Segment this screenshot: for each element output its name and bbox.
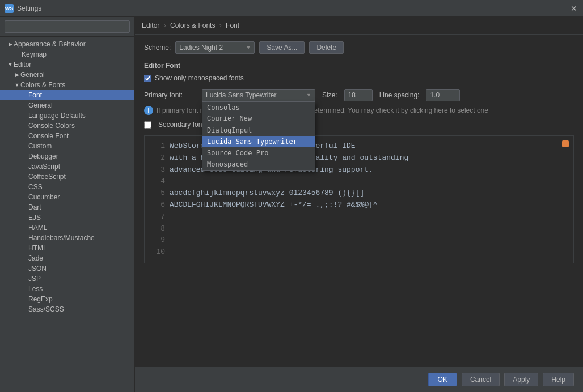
preview-line: 8: [151, 223, 567, 235]
preview-indicator: [562, 140, 569, 147]
monospaced-checkbox[interactable]: [144, 75, 151, 82]
line-number: 1: [151, 140, 165, 152]
breadcrumb-colors-fonts: Colors & Fonts: [170, 22, 215, 29]
breadcrumb-font: Font: [226, 22, 239, 29]
sidebar-item-label: Colors & Fonts: [20, 81, 132, 89]
sidebar-item-html[interactable]: HTML: [0, 243, 134, 253]
arrow-icon: ▼: [14, 82, 20, 88]
line-number: 5: [151, 188, 165, 199]
title-bar-left: WS Settings: [5, 4, 41, 13]
sidebar-item-haml[interactable]: HAML: [0, 223, 134, 233]
sidebar-item-general2[interactable]: General: [0, 100, 134, 110]
sidebar-item-console-colors[interactable]: Console Colors: [0, 121, 134, 131]
search-box: [0, 17, 134, 37]
line-number: 9: [151, 235, 165, 246]
sidebar-item-label: Less: [28, 285, 132, 293]
scheme-dropdown[interactable]: Ladies Night 2 ▼: [175, 41, 255, 54]
preview-line: 6ABCDEFGHIJKLMNOPQRSTUVWXYZ +-*/= .,;:!?…: [151, 199, 567, 211]
preview-line: 10: [151, 246, 567, 258]
sidebar-item-general[interactable]: ▶ General: [0, 70, 134, 80]
sidebar-item-label: Sass/SCSS: [28, 305, 132, 313]
ok-button[interactable]: OK: [428, 373, 457, 386]
sidebar-item-jade[interactable]: Jade: [0, 253, 134, 263]
dropdown-item-consolas[interactable]: Consolas: [202, 102, 315, 113]
sidebar-item-appearance[interactable]: ▶ Appearance & Behavior: [0, 39, 134, 49]
sidebar-item-label: Jade: [28, 254, 132, 262]
sidebar-item-less[interactable]: Less: [0, 284, 134, 294]
sidebar-item-coffeescript[interactable]: CoffeeScript: [0, 172, 134, 182]
sidebar-item-dart[interactable]: Dart: [0, 202, 134, 212]
breadcrumb-editor: Editor: [142, 22, 159, 29]
sidebar-item-label: EJS: [28, 214, 132, 221]
sidebar-item-colors-fonts[interactable]: ▼ Colors & Fonts: [0, 80, 134, 90]
app-icon: WS: [5, 4, 14, 13]
sidebar-item-sass[interactable]: Sass/SCSS: [0, 304, 134, 314]
sidebar-item-label: RegExp: [28, 295, 132, 303]
sidebar-item-label: Appearance & Behavior: [14, 40, 132, 48]
info-icon: i: [144, 106, 153, 115]
sidebar-item-language-defaults[interactable]: Language Defaults: [0, 110, 134, 121]
sidebar-item-javascript[interactable]: JavaScript: [0, 161, 134, 172]
sidebar-item-keymap[interactable]: Keymap: [0, 49, 134, 59]
save-as-button[interactable]: Save As...: [259, 41, 305, 54]
line-number: 4: [151, 176, 165, 188]
sidebar-item-ejs[interactable]: EJS: [0, 212, 134, 223]
preview-line: 5abcdefghijklmnopqrstuvwxyz 0123456789 (…: [151, 188, 567, 199]
sidebar-item-css[interactable]: CSS: [0, 182, 134, 192]
cancel-button[interactable]: Cancel: [462, 373, 500, 386]
dropdown-item-monospaced[interactable]: Monospaced: [202, 159, 315, 170]
search-input[interactable]: [5, 20, 130, 33]
sidebar-item-label: CoffeeScript: [28, 173, 132, 181]
sidebar-item-cucumber[interactable]: Cucumber: [0, 192, 134, 202]
sidebar-item-font[interactable]: Font: [0, 90, 134, 100]
scheme-row: Scheme: Ladies Night 2 ▼ Save As... Dele…: [144, 41, 574, 54]
sidebar-item-custom[interactable]: Custom: [0, 141, 134, 151]
monospaced-checkbox-row: Show only monospaced fonts: [144, 74, 574, 82]
preview-text: ABCDEFGHIJKLMNOPQRSTUVWXYZ +-*/= .,;:!? …: [170, 199, 378, 211]
line-spacing-label: Line spacing:: [379, 91, 420, 99]
sidebar-item-json[interactable]: JSON: [0, 263, 134, 274]
scheme-value: Ladies Night 2: [179, 44, 223, 52]
apply-button[interactable]: Apply: [504, 373, 538, 386]
dropdown-item-source-code-pro[interactable]: Source Code Pro: [202, 147, 315, 159]
secondary-font-checkbox[interactable]: [144, 121, 151, 129]
settings-content: Scheme: Ladies Night 2 ▼ Save As... Dele…: [135, 35, 583, 367]
size-input[interactable]: [344, 89, 373, 101]
font-dropdown-menu: ConsolasCourier NewDialogInputLucida San…: [202, 101, 315, 171]
sidebar-item-editor[interactable]: ▼ Editor: [0, 59, 134, 70]
breadcrumb: Editor › Colors & Fonts › Font: [135, 17, 583, 35]
font-select-value: Lucida Sans Typewriter: [206, 91, 277, 99]
sidebar-item-label: Editor: [14, 61, 132, 69]
arrow-icon: ▼: [7, 61, 14, 68]
dropdown-item-dialoginput[interactable]: DialogInput: [202, 125, 315, 136]
sidebar-item-jsp[interactable]: JSP: [0, 274, 134, 284]
dropdown-item-lucida-sans-typewriter[interactable]: Lucida Sans Typewriter: [202, 136, 315, 147]
editor-font-section-label: Editor Font: [144, 62, 574, 70]
sidebar-item-label: JSON: [28, 265, 132, 272]
primary-font-row: Primary font: Lucida Sans Typewriter ▼ C…: [144, 89, 574, 101]
primary-font-label: Primary font:: [144, 91, 195, 99]
line-number: 2: [151, 152, 165, 164]
arrow-icon: ▶: [7, 41, 14, 48]
sidebar-item-handlebars[interactable]: Handlebars/Mustache: [0, 233, 134, 243]
sidebar-item-debugger[interactable]: Debugger: [0, 151, 134, 161]
sidebar-item-label: Console Font: [28, 132, 132, 140]
sidebar-item-label: CSS: [28, 183, 132, 191]
sidebar-item-label: HAML: [28, 224, 132, 232]
scheme-dropdown-arrow: ▼: [246, 45, 251, 50]
line-spacing-input[interactable]: [426, 89, 460, 101]
arrow-icon: ▶: [14, 71, 20, 78]
line-number: 10: [151, 246, 165, 258]
sidebar-item-label: Dart: [28, 203, 132, 211]
dropdown-item-courier-new[interactable]: Courier New: [202, 113, 315, 125]
line-number: 3: [151, 164, 165, 176]
delete-button[interactable]: Delete: [309, 41, 344, 54]
sidebar-item-label: General: [28, 101, 132, 109]
sidebar-item-label: Custom: [28, 142, 132, 150]
close-button[interactable]: ✕: [569, 4, 578, 13]
sidebar-item-regexp[interactable]: RegExp: [0, 294, 134, 304]
help-button[interactable]: Help: [543, 373, 574, 386]
font-select-button[interactable]: Lucida Sans Typewriter ▼: [202, 89, 315, 101]
sidebar: ▶ Appearance & BehaviorKeymap▼ Editor▶ G…: [0, 17, 135, 392]
sidebar-item-console-font[interactable]: Console Font: [0, 131, 134, 141]
